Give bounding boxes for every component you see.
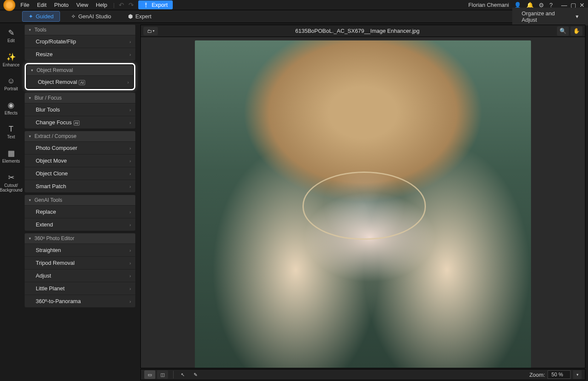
magnifier-icon: 🔍: [559, 28, 566, 34]
zoom-value[interactable]: 50 %: [548, 370, 571, 379]
user-name[interactable]: Florian Chemani: [468, 2, 509, 8]
side-edit-label: Edit: [7, 38, 14, 43]
view-split[interactable]: ◫: [157, 370, 168, 379]
zoom-dropdown[interactable]: ▾: [573, 370, 582, 379]
cursor-tool[interactable]: ↖: [177, 370, 188, 379]
cat-tools-hdr[interactable]: Tools: [25, 25, 135, 35]
item-change-focus[interactable]: Change FocusAI›: [25, 116, 135, 129]
side-portrait[interactable]: ☺Portrait: [0, 76, 22, 92]
item-objrem-label-wrap: Object RemovalAI: [38, 79, 85, 85]
redo-icon: ↷: [128, 1, 134, 9]
menu-edit[interactable]: Edit: [37, 2, 46, 8]
menu-photo[interactable]: Photo: [54, 2, 69, 8]
enhance-icon: ✨: [6, 52, 16, 62]
side-elements-label: Elements: [2, 159, 20, 163]
item-extend[interactable]: Extend›: [25, 218, 135, 231]
view-single[interactable]: ▭: [144, 370, 155, 379]
folder-button[interactable]: 🗀▾: [143, 27, 158, 35]
chevron-right-icon: ›: [129, 286, 131, 291]
item-composer[interactable]: Photo Composer›: [25, 141, 135, 154]
cat-360-hdr[interactable]: 360º Photo Editor: [25, 233, 135, 243]
mode-studio-label: GenAI Studio: [78, 13, 111, 20]
chevron-down-icon: ▾: [576, 13, 579, 20]
item-composer-label: Photo Composer: [36, 145, 77, 151]
item-resize[interactable]: Resize›: [25, 48, 135, 60]
cat-objrem-hdr[interactable]: Object Removal: [27, 65, 133, 75]
mode-expert[interactable]: ⬢ Expert: [122, 11, 157, 21]
mode-toolbar: ✦ Guided ✧ GenAI Studio ⬢ Expert Organiz…: [0, 10, 588, 23]
item-patch[interactable]: Smart Patch›: [25, 180, 135, 192]
side-enhance[interactable]: ✨Enhance: [0, 52, 22, 68]
item-objrem-label: Object Removal: [38, 79, 77, 85]
cat-blur: Blur / Focus Blur Tools› Change FocusAI›: [25, 93, 135, 129]
history-controls: | ↶ ↷ ⭱ Export: [113, 0, 173, 9]
chevron-right-icon: ›: [129, 39, 131, 44]
chevron-right-icon: ›: [129, 52, 131, 57]
side-elements[interactable]: ▦Elements: [0, 148, 22, 164]
side-enhance-label: Enhance: [3, 63, 19, 67]
export-icon: ⭱: [143, 2, 149, 8]
cat-360: 360º Photo Editor Straighten› Tripod Rem…: [25, 233, 135, 307]
cat-extract-hdr[interactable]: Extract / Compose: [25, 131, 135, 141]
guided-panel: Tools Crop/Rotate/Flip› Resize› Object R…: [25, 25, 135, 307]
side-effects[interactable]: ◉Effects: [0, 100, 22, 116]
effects-icon: ◉: [8, 100, 14, 110]
canvas-viewport[interactable]: [141, 37, 585, 368]
edit-icon: ✎: [8, 28, 14, 37]
chevron-right-icon: ›: [129, 184, 131, 189]
zoom-label: Zoom:: [529, 372, 545, 378]
chevron-right-icon: ›: [129, 273, 131, 278]
item-planet-label: Little Planet: [36, 285, 65, 292]
cat-genai: GenAI Tools Replace› Extend›: [25, 195, 135, 231]
split-view-icon: ◫: [160, 372, 165, 378]
eyedropper-icon: ✎: [194, 372, 197, 378]
mode-expert-label: Expert: [135, 13, 151, 20]
chevron-right-icon: ›: [129, 158, 131, 163]
item-object-removal[interactable]: Object RemovalAI ›: [27, 75, 133, 88]
side-cutout[interactable]: ✂Cutout/ Background: [0, 172, 22, 193]
item-clone[interactable]: Object Clone›: [25, 167, 135, 180]
text-icon: T: [9, 125, 14, 134]
item-crop[interactable]: Crop/Rotate/Flip›: [25, 35, 135, 48]
ai-badge-icon: AI: [74, 120, 80, 126]
item-move[interactable]: Object Move›: [25, 154, 135, 167]
menu-help[interactable]: Help: [96, 2, 107, 8]
side-cutout-label: Cutout/ Background: [0, 183, 23, 192]
item-planet[interactable]: Little Planet›: [25, 282, 135, 295]
chevron-right-icon: ›: [129, 146, 131, 151]
caret-down-icon: ▾: [153, 29, 154, 33]
item-pano[interactable]: 360º-to-Panorama›: [25, 295, 135, 307]
item-blur-tools[interactable]: Blur Tools›: [25, 103, 135, 116]
item-tripod-label: Tripod Removal: [36, 260, 74, 266]
mode-genai-studio[interactable]: ✧ GenAI Studio: [65, 11, 117, 21]
menu-view[interactable]: View: [76, 2, 88, 8]
item-adjust[interactable]: Adjust›: [25, 269, 135, 282]
organize-dropdown[interactable]: Organize and Adjust ▾: [512, 8, 588, 26]
zoom-tool[interactable]: 🔍: [557, 26, 569, 36]
portrait-icon: ☺: [7, 77, 15, 86]
chevron-right-icon: ›: [129, 171, 131, 176]
item-focus-label: Change Focus: [36, 119, 72, 126]
item-clone-label: Object Clone: [36, 170, 68, 177]
photo-content: [195, 40, 531, 368]
item-straighten-label: Straighten: [36, 247, 61, 253]
item-replace[interactable]: Replace›: [25, 205, 135, 218]
filename: 6135BoPOBoL._AC_SX679__Image Enhancer.jp…: [295, 28, 420, 34]
cat-blur-hdr[interactable]: Blur / Focus: [25, 93, 135, 103]
pan-tool[interactable]: ✋: [571, 26, 582, 36]
cat-extract: Extract / Compose Photo Composer› Object…: [25, 131, 135, 192]
item-tripod[interactable]: Tripod Removal›: [25, 256, 135, 269]
export-button[interactable]: ⭱ Export: [138, 0, 173, 9]
side-text[interactable]: TText: [0, 124, 22, 140]
menu-file[interactable]: File: [20, 2, 29, 8]
item-adjust-label: Adjust: [36, 272, 51, 279]
chevron-right-icon: ›: [129, 299, 131, 304]
canvas-tools: 🔍 ✋: [557, 26, 582, 36]
app-logo[interactable]: [3, 0, 15, 11]
cat-genai-hdr[interactable]: GenAI Tools: [25, 195, 135, 205]
side-edit[interactable]: ✎Edit: [0, 27, 22, 44]
eyedropper-tool[interactable]: ✎: [190, 370, 201, 379]
mode-guided[interactable]: ✦ Guided: [22, 11, 60, 22]
chevron-right-icon: ›: [127, 80, 129, 85]
item-straighten[interactable]: Straighten›: [25, 243, 135, 256]
